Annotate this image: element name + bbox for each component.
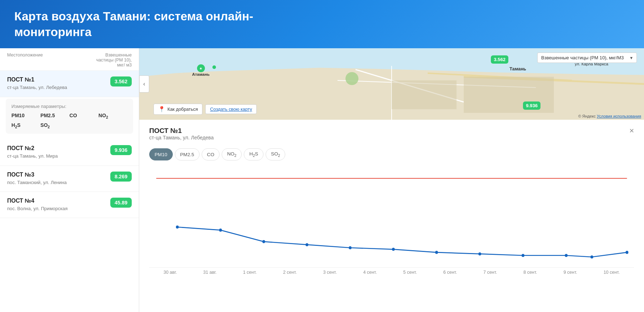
params-label: Измеряемые параметры: [11,104,127,109]
station-3-name: ПОСТ №3 [7,172,67,178]
station-4-info: ПОСТ №4 пос. Волна, ул. Приморская [7,198,67,212]
params-grid: PM10 PM2.5 CO NO2 H2S SO2 [11,113,127,129]
chart-point-7 [478,252,481,256]
station-2-name: ПОСТ №2 [7,145,58,152]
location-pin-icon: 📍 [158,106,165,113]
station-2-address: ст-ца Тамань, ул. Мира [7,153,58,159]
station-4-name: ПОСТ №4 [7,198,67,204]
param-pm10: PM10 [11,113,40,119]
map-overlay-buttons: 📍 Как добраться Создать свою карту [154,104,257,115]
sidebar-col-headers: Местоположение Взвешенные частицы (РМ 10… [0,48,139,71]
how-to-get-button[interactable]: 📍 Как добраться [154,104,202,115]
tab-co[interactable]: CO [202,148,220,160]
chart-point-9 [565,254,568,257]
map-detail-area: ‹ 3.562 9.936 ★ Атамань Тамань ул. Карла… [139,48,644,312]
yandex-copyright: © Яндекс Условия использования [578,114,641,118]
station-3-badge: 8.269 [110,172,132,182]
svg-rect-8 [392,80,457,109]
chart-point-5 [392,248,395,251]
tab-pm10[interactable]: PM10 [149,148,173,160]
detail-title: ПОСТ №1 [149,127,214,135]
chart-point-4 [349,246,352,249]
x-label-3: 2 сент. [283,270,297,275]
station-4-badge: 45.89 [110,198,132,208]
x-label-5: 4 сент. [363,270,377,275]
ataman-landmark: ★ Атамань [192,64,210,76]
station-2-badge: 9.936 [110,145,132,155]
chart-point-10 [590,256,593,259]
station-1-address: ст-ца Тамань, ул. Лебедева [7,84,67,91]
tab-h2s[interactable]: H2S [244,148,263,160]
create-map-button[interactable]: Создать свою карту [205,104,257,114]
param-tabs: PM10 PM2.5 CO NO2 H2S SO2 [149,148,634,160]
create-map-label: Создать свою карту [210,107,252,112]
param-co: CO [70,113,99,119]
city-label-taman: Тамань [509,66,526,71]
detail-header: ПОСТ №1 ст-ца Тамань, ул. Лебедева × [149,127,634,146]
chart-point-11 [625,251,628,254]
main-layout: Местоположение Взвешенные частицы (РМ 10… [0,48,644,312]
chart-point-6 [435,251,438,254]
chart-point-1 [219,229,222,232]
param-no2: NO2 [99,113,127,119]
chart-point-8 [522,254,524,257]
page-header: Карта воздуха Тамани: система онлайн-мон… [0,0,644,48]
station-3-info: ПОСТ №3 пос. Таманский, ул. Ленина [7,172,67,186]
map-parameter-selector[interactable]: Взвешенные частицы (РМ 10), мкг/М3 Взвеш… [537,53,637,63]
param-h2s: H2S [11,122,40,129]
map-selector-wrapper: Взвешенные частицы (РМ 10), мкг/М3 Взвеш… [537,53,637,63]
chart-point-0 [176,226,179,229]
params-box: Измеряемые параметры: PM10 PM2.5 CO NO2 … [6,99,133,134]
copyright-text: © Яндекс [578,114,596,118]
detail-address: ст-ца Тамань, ул. Лебедева [149,135,214,140]
x-label-6: 5 сент. [403,270,417,275]
x-label-2: 1 сент. [243,270,257,275]
chart-point-3 [306,243,308,246]
map-badge-post2: 9.936 [523,101,540,110]
x-label-8: 7 сент. [483,270,497,275]
station-item-3[interactable]: ПОСТ №3 пос. Таманский, ул. Ленина 8.269 [0,166,139,192]
col-location-label: Местоположение [7,53,92,68]
detail-panel: ПОСТ №1 ст-ца Тамань, ул. Лебедева × PM1… [139,120,644,312]
x-label-0: 30 авг. [163,270,177,275]
station-item-4[interactable]: ПОСТ №4 пос. Волна, ул. Приморская 45.89 [0,192,139,218]
tab-no2[interactable]: NO2 [222,148,242,160]
col-value-label: Взвешенные частицы (РМ 10), мкг/ м3 [92,53,132,68]
detail-title-block: ПОСТ №1 ст-ца Тамань, ул. Лебедева [149,127,214,146]
how-to-get-label: Как добраться [167,107,198,112]
station-item-2[interactable]: ПОСТ №2 ст-ца Тамань, ул. Мира 9.936 [0,139,139,165]
x-label-9: 8 сент. [523,270,537,275]
svg-point-7 [346,72,358,85]
map-badge-post1: 3.562 [491,55,508,64]
x-label-11: 10 сент. [604,270,620,275]
station-1-name: ПОСТ №1 [7,76,67,83]
tab-pm25[interactable]: PM2.5 [175,148,200,160]
ataman-label: Атамань [192,72,210,76]
chart-x-labels: 30 авг. 31 авг. 1 сент. 2 сент. 3 сент. … [149,268,634,275]
map-collapse-button[interactable]: ‹ [139,75,149,93]
tab-so2[interactable]: SO2 [266,148,285,160]
x-label-7: 6 сент. [443,270,457,275]
chart-point-2 [262,240,265,243]
station-1-info: ПОСТ №1 ст-ца Тамань, ул. Лебедева [7,76,67,91]
copyright-link[interactable]: Условия использования [597,114,641,118]
x-label-10: 9 сент. [563,270,577,275]
chart-area [149,168,634,268]
station-1-badge: 3.562 [110,76,132,86]
param-so2: SO2 [40,122,69,129]
detail-close-button[interactable]: × [629,127,634,135]
map-container: ‹ 3.562 9.936 ★ Атамань Тамань ул. Карла… [139,48,644,120]
station-item-1[interactable]: ПОСТ №1 ст-ца Тамань, ул. Лебедева 3.562 [0,71,139,97]
chevron-left-icon: ‹ [143,81,145,87]
x-label-1: 31 авг. [203,270,216,275]
station-2-info: ПОСТ №2 ст-ца Тамань, ул. Мира [7,145,58,159]
station-4-address: пос. Волна, ул. Приморская [7,205,67,212]
chart-svg [149,168,634,267]
x-label-4: 3 сент. [323,270,337,275]
ataman-icon: ★ [197,64,205,72]
station-3-address: пос. Таманский, ул. Ленина [7,179,67,186]
page-title: Карта воздуха Тамани: система онлайн-мон… [14,9,264,40]
sidebar: Местоположение Взвешенные частицы (РМ 10… [0,48,139,312]
param-pm25: PM2.5 [40,113,69,119]
